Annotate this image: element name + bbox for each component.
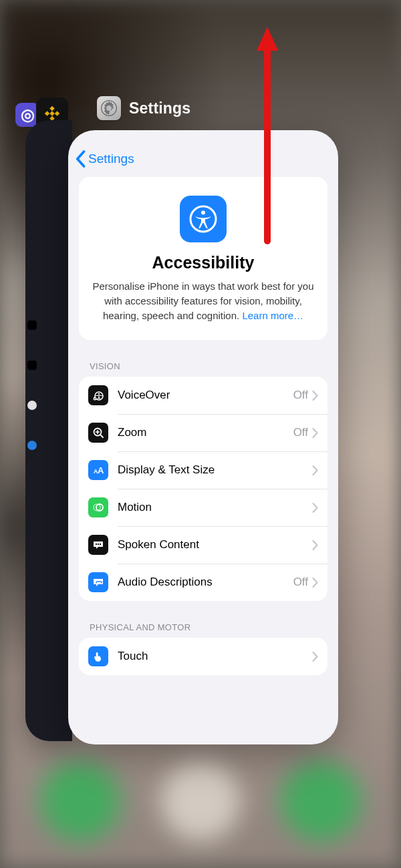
vision-list: VoiceOver Off Zoom Off AA Display & Text… bbox=[79, 377, 327, 601]
svg-point-5 bbox=[98, 393, 100, 395]
svg-point-1 bbox=[106, 105, 112, 111]
row-label: Motion bbox=[118, 501, 312, 514]
background-app-card[interactable] bbox=[25, 120, 72, 741]
app-switcher: ◎ Settings Settings Accessibility Person… bbox=[0, 0, 401, 868]
page-title: Accessibility bbox=[92, 253, 314, 272]
text-size-icon: AA bbox=[88, 460, 108, 480]
svg-rect-13 bbox=[98, 544, 99, 545]
chevron-right-icon bbox=[312, 391, 318, 401]
section-header-vision: VISION bbox=[90, 361, 338, 371]
app-switcher-header: Settings bbox=[97, 96, 190, 120]
row-audio-descriptions[interactable]: Audio Descriptions Off bbox=[79, 564, 327, 601]
row-label: Touch bbox=[118, 650, 312, 663]
motor-list: Touch bbox=[79, 638, 327, 675]
section-header-motor: PHYSICAL AND MOTOR bbox=[90, 622, 338, 632]
learn-more-link[interactable]: Learn more… bbox=[242, 310, 303, 321]
row-touch[interactable]: Touch bbox=[79, 638, 327, 675]
chevron-right-icon bbox=[312, 578, 318, 588]
spoken-content-icon bbox=[88, 535, 108, 555]
audio-desc-icon bbox=[88, 572, 108, 592]
row-label: Audio Descriptions bbox=[118, 576, 293, 589]
svg-text:A: A bbox=[98, 465, 104, 475]
row-value: Off bbox=[293, 576, 308, 589]
zoom-icon bbox=[88, 423, 108, 443]
back-chevron-icon[interactable] bbox=[75, 150, 87, 168]
chevron-right-icon bbox=[312, 465, 318, 475]
background-app-sidebar bbox=[27, 320, 37, 450]
row-spoken-content[interactable]: Spoken Content bbox=[79, 526, 327, 564]
row-voiceover[interactable]: VoiceOver Off bbox=[79, 377, 327, 414]
nav-bar: Settings bbox=[68, 130, 338, 177]
settings-app-card[interactable]: Settings Accessibility Personalise iPhon… bbox=[68, 130, 338, 744]
chevron-right-icon bbox=[312, 540, 318, 550]
app-switcher-title: Settings bbox=[129, 99, 190, 118]
row-label: Spoken Content bbox=[118, 538, 312, 552]
svg-point-3 bbox=[201, 211, 205, 215]
settings-app-icon bbox=[97, 96, 121, 120]
row-motion[interactable]: Motion bbox=[79, 489, 327, 526]
row-value: Off bbox=[293, 426, 308, 439]
touch-icon bbox=[88, 646, 108, 666]
svg-rect-14 bbox=[100, 544, 101, 545]
svg-rect-12 bbox=[96, 544, 97, 545]
row-value: Off bbox=[293, 389, 308, 402]
row-label: Zoom bbox=[118, 426, 293, 439]
row-zoom[interactable]: Zoom Off bbox=[79, 414, 327, 451]
chevron-right-icon bbox=[312, 652, 318, 662]
row-display-text-size[interactable]: AA Display & Text Size bbox=[79, 451, 327, 489]
accessibility-icon bbox=[180, 196, 227, 242]
motion-icon bbox=[88, 497, 108, 517]
voiceover-icon bbox=[88, 385, 108, 405]
row-label: Display & Text Size bbox=[118, 463, 312, 477]
page-description: Personalise iPhone in ways that work bes… bbox=[92, 279, 314, 322]
back-label[interactable]: Settings bbox=[88, 152, 134, 166]
chevron-right-icon bbox=[312, 503, 318, 513]
intro-card: Accessibility Personalise iPhone in ways… bbox=[79, 177, 327, 340]
row-label: VoiceOver bbox=[118, 389, 293, 402]
chevron-right-icon bbox=[312, 428, 318, 438]
